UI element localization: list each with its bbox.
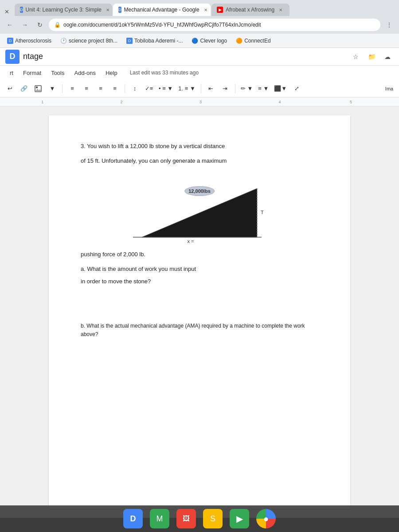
address-bar-row: ← → ↻ 🔒 oogle.com/document/d/1okY5rWmMz5… <box>0 16 399 34</box>
address-text: oogle.com/document/d/1okY5rWmMz5Vd-YFU_h… <box>63 22 261 28</box>
bookmark-science[interactable]: 🕐 science project 8th... <box>57 36 121 46</box>
tab-mechanical[interactable]: D Mechanical Advantage - Google ✕ <box>113 4 211 16</box>
extensions-button[interactable]: ⋮ <box>383 19 395 31</box>
ruler: 1 2 3 4 5 <box>0 98 399 106</box>
bookmark-science-label: science project 8th... <box>69 38 117 44</box>
menu-help[interactable]: Help <box>101 68 122 78</box>
docs-app: D ntage ☆ 📁 ☁ rt Format Tools Add-ons He… <box>0 48 399 518</box>
menu-help-label: Help <box>106 70 117 76</box>
reload-button[interactable]: ↻ <box>34 19 46 31</box>
tab-unit4-label: Unit 4: Learning Cycle 3: Simple <box>26 7 102 13</box>
bullet-list-button[interactable]: • ≡ ▼ <box>157 82 175 95</box>
bookmark-tobiloba-label: Tobiloba Aderemi -... <box>134 38 183 44</box>
crop-button[interactable]: ⤢ <box>290 82 303 95</box>
insert-image-button[interactable] <box>32 82 44 95</box>
taskbar: D M 🖼 S ▶ ● <box>0 505 399 532</box>
align-center-button[interactable]: ≡ <box>80 82 93 95</box>
taskbar-docs-button[interactable]: D <box>123 509 143 528</box>
numbered-list-button[interactable]: 1. ≡ ▼ <box>176 82 197 95</box>
sub-question-a-line1: a. What is the amount of work you must i… <box>81 265 318 274</box>
svg-marker-2 <box>35 89 41 92</box>
tab-afrobeat-close[interactable]: ✕ <box>277 6 284 13</box>
ruler-mark-4: 4 <box>278 100 281 104</box>
tab-unit4[interactable]: D Unit 4: Learning Cycle 3: Simple ✕ <box>15 4 112 16</box>
toolbar-sep-2 <box>125 84 125 93</box>
pushing-force-text: pushing force of 2,000 lb. <box>81 251 318 258</box>
bookmark-tobiloba[interactable]: D Tobiloba Aderemi -... <box>123 36 186 46</box>
docs-logo: D <box>5 50 20 64</box>
bookmark-science-icon: 🕐 <box>60 38 67 44</box>
docs-toolbar: ↩ 🔗 ▼ ≡ ≡ ≡ ≡ ↕ ✓≡ • ≡ ▼ 1. ≡ ▼ ⇤ ⇥ ✏ ▼ … <box>0 80 399 98</box>
taskbar-photos-button[interactable]: 🖼 <box>176 509 196 528</box>
ramp-diagram-container: 12,000lbs x = <box>81 173 318 244</box>
cloud-button[interactable]: ☁ <box>381 51 394 63</box>
taskbar-photos-icon: 🖼 <box>183 515 190 523</box>
menu-format-label: Format <box>23 70 41 76</box>
bookmarks-bar: D Atherosclorosis 🕐 science project 8th.… <box>0 34 399 48</box>
taskbar-docs-icon: D <box>130 514 136 524</box>
line-spacing-button[interactable]: ↕ <box>129 82 141 95</box>
image-options-label[interactable]: Ima <box>383 82 395 95</box>
forward-button[interactable]: → <box>19 19 31 31</box>
address-bar[interactable]: 🔒 oogle.com/document/d/1okY5rWmMz5Vd-YFU… <box>49 19 380 31</box>
ramp-diagram: 12,000lbs x = <box>129 173 270 244</box>
browser-close-button[interactable]: ✕ <box>4 8 10 16</box>
insert-table-button[interactable]: ▼ <box>46 82 59 95</box>
bookmark-atherosclorosis[interactable]: D Atherosclorosis <box>4 36 55 46</box>
bookmark-connected-icon: 🟠 <box>236 38 243 44</box>
menu-rt[interactable]: rt <box>5 68 18 78</box>
docs-title[interactable]: ntage <box>23 52 346 61</box>
tab-mechanical-close[interactable]: ✕ <box>202 6 209 13</box>
question-3-line1: 3. You wish to lift a 12,000 lb stone by… <box>81 142 318 151</box>
align-justify-button[interactable]: ≡ <box>109 82 121 95</box>
doc-content-area[interactable]: 3. You wish to lift a 12,000 lb stone by… <box>0 106 399 518</box>
toolbar-sep-1 <box>62 84 63 93</box>
taskbar-chrome-button[interactable]: ● <box>256 509 276 528</box>
image-icon <box>35 85 42 92</box>
checklist-button[interactable]: ✓≡ <box>143 82 155 95</box>
toolbar-sep-3 <box>201 84 201 93</box>
folder-button[interactable]: 📁 <box>365 51 378 63</box>
taskbar-slides-button[interactable]: S <box>203 509 223 528</box>
tab-mechanical-favicon: D <box>118 7 121 13</box>
question-3-line2: of 15 ft. Unfortunately, you can only ge… <box>81 156 318 166</box>
bookmark-atherosclorosis-label: Atherosclorosis <box>15 38 51 44</box>
paragraph-styles-button[interactable]: ≡ ▼ <box>256 82 270 95</box>
tab-bar: ✕ D Unit 4: Learning Cycle 3: Simple ✕ D… <box>0 0 399 16</box>
undo-button[interactable]: ↩ <box>4 82 16 95</box>
align-left-button[interactable]: ≡ <box>66 82 78 95</box>
bookmark-clever[interactable]: 🔵 Clever logo <box>188 36 231 46</box>
tab-afrobeat[interactable]: ▶ Afrobeat x Afroswing ✕ <box>211 4 289 16</box>
docs-title-icons: ☆ 📁 ☁ <box>349 51 394 63</box>
indent-less-button[interactable]: ⇤ <box>205 82 217 95</box>
bookmark-connected[interactable]: 🟠 ConnectEd <box>232 36 274 46</box>
toolbar-sep-4 <box>235 84 235 93</box>
menu-addons[interactable]: Add-ons <box>70 68 100 78</box>
menu-tools[interactable]: Tools <box>47 68 69 78</box>
table-styles-button[interactable]: ⬛▼ <box>272 82 289 95</box>
bookmark-connected-label: ConnectEd <box>244 38 270 44</box>
indent-more-button[interactable]: ⇥ <box>219 82 231 95</box>
browser-chrome: ✕ D Unit 4: Learning Cycle 3: Simple ✕ D… <box>0 0 399 48</box>
tab-afrobeat-label: Afrobeat x Afroswing <box>226 7 274 13</box>
clear-format-button[interactable]: ✏ ▼ <box>239 82 254 95</box>
menu-format[interactable]: Format <box>19 68 46 78</box>
ruler-mark-1: 1 <box>41 100 43 104</box>
taskbar-chrome-icon: ● <box>263 514 269 524</box>
back-button[interactable]: ← <box>4 19 16 31</box>
last-edit-text: Last edit was 33 minutes ago <box>130 70 199 76</box>
ruler-mark-5: 5 <box>350 100 352 104</box>
svg-text:T: T <box>261 210 264 215</box>
align-right-button[interactable]: ≡ <box>94 82 107 95</box>
svg-text:x =: x = <box>188 239 194 244</box>
menu-tools-label: Tools <box>51 70 64 76</box>
lock-icon: 🔒 <box>54 22 61 28</box>
sub-question-a-line2: in order to move the stone? <box>81 277 318 286</box>
insert-link-button[interactable]: 🔗 <box>18 82 30 95</box>
star-button[interactable]: ☆ <box>349 51 362 63</box>
tab-mechanical-label: Mechanical Advantage - Google <box>124 7 200 13</box>
taskbar-meet-button[interactable]: M <box>150 509 169 528</box>
taskbar-play-button[interactable]: ▶ <box>230 509 249 528</box>
tab-unit4-close[interactable]: ✕ <box>104 6 111 13</box>
bottom-question: b. What is the actual mechanical advanta… <box>81 322 318 339</box>
